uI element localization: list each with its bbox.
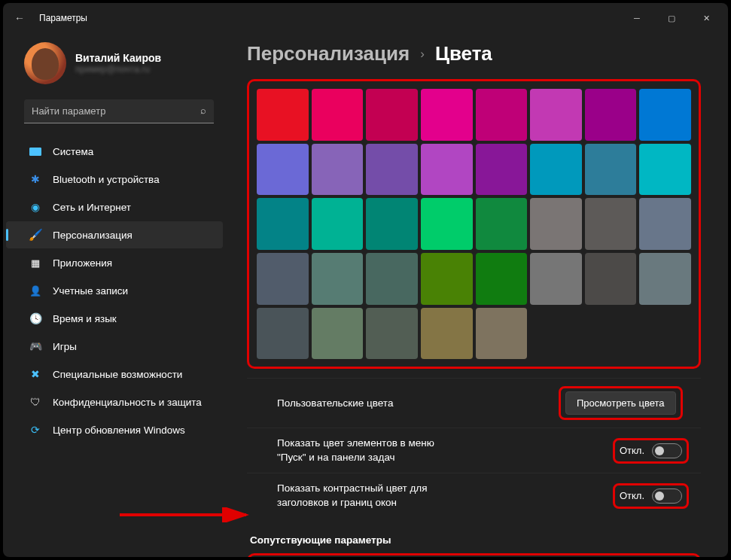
color-swatch[interactable]: [257, 198, 309, 250]
color-swatch[interactable]: [476, 144, 528, 196]
color-swatch[interactable]: [366, 144, 418, 196]
titlebar-color-row: Показать контрастный цвет для заголовков…: [247, 473, 701, 518]
sidebar-item-apps[interactable]: ▦Приложения: [6, 249, 223, 276]
color-swatch[interactable]: [530, 144, 582, 196]
titlebar-color-label: Показать контрастный цвет для заголовков…: [277, 482, 434, 509]
sidebar-item-label: Специальные возможности: [53, 369, 182, 380]
sidebar-item-games[interactable]: 🎮Игры: [6, 333, 223, 360]
color-swatch[interactable]: [421, 308, 473, 360]
window-title: Параметры: [39, 13, 87, 23]
scroll-area[interactable]: Пользовательские цвета Просмотреть цвета…: [247, 79, 710, 557]
color-swatch[interactable]: [312, 253, 364, 305]
color-swatch[interactable]: [476, 308, 528, 360]
sidebar-item-update[interactable]: ⟳Центр обновления Windows: [6, 416, 223, 443]
account-icon: 👤: [29, 285, 42, 297]
sidebar-item-label: Bluetooth и устройства: [53, 174, 160, 185]
search-icon: ⌕: [200, 105, 206, 116]
color-swatch[interactable]: [585, 144, 637, 196]
toggle-state-1: Откл.: [620, 445, 644, 456]
sidebar-item-privacy[interactable]: 🛡Конфиденциальность и защита: [6, 388, 223, 415]
chevron-right-icon: ›: [420, 47, 425, 62]
brush-icon: 🖌️: [29, 229, 42, 241]
sidebar-item-label: Конфиденциальность и защита: [53, 397, 202, 408]
profile-name: Виталий Каиров: [75, 52, 161, 64]
sidebar-item-label: Время и язык: [53, 313, 117, 324]
view-colors-button[interactable]: Просмотреть цвета: [565, 391, 676, 415]
bluetooth-icon: ✱: [29, 173, 42, 185]
start-taskbar-toggle[interactable]: [652, 443, 682, 458]
toggle-state-2: Откл.: [620, 490, 644, 501]
titlebar: ← Параметры ─ ▢ ✕: [3, 3, 728, 33]
color-swatch[interactable]: [421, 89, 473, 141]
breadcrumb-parent[interactable]: Персонализация: [247, 42, 410, 65]
breadcrumb: Персонализация › Цвета: [247, 39, 710, 79]
color-swatch[interactable]: [585, 198, 637, 250]
sidebar-item-bluetooth[interactable]: ✱Bluetooth и устройства: [6, 166, 223, 193]
related-settings-heading: Сопутствующие параметры: [250, 534, 701, 546]
color-swatch[interactable]: [530, 253, 582, 305]
color-swatch[interactable]: [366, 89, 418, 141]
color-swatch[interactable]: [639, 198, 691, 250]
accent-color-grid: [247, 79, 701, 369]
annotation-arrow: [120, 507, 255, 522]
color-swatch[interactable]: [639, 89, 691, 141]
highlight-toggle-1: Откл.: [613, 438, 689, 464]
color-swatch[interactable]: [312, 308, 364, 360]
sidebar-item-account[interactable]: 👤Учетные записи: [6, 277, 223, 304]
maximize-button[interactable]: ▢: [654, 6, 689, 30]
sidebar-item-system[interactable]: Система: [6, 138, 223, 165]
color-swatch[interactable]: [585, 253, 637, 305]
color-swatch[interactable]: [366, 253, 418, 305]
color-swatch[interactable]: [476, 89, 528, 141]
color-swatch[interactable]: [366, 198, 418, 250]
nav-list: Система✱Bluetooth и устройства◉Сеть и Ин…: [3, 137, 229, 444]
color-swatch[interactable]: [366, 308, 418, 360]
apps-icon: ▦: [29, 257, 42, 269]
system-icon: [29, 145, 42, 157]
profile-email: пример@почта.ru: [75, 64, 161, 75]
color-swatch[interactable]: [639, 253, 691, 305]
color-swatch[interactable]: [312, 198, 364, 250]
titlebar-color-toggle[interactable]: [652, 488, 682, 504]
color-swatch[interactable]: [639, 144, 691, 196]
sidebar-item-time[interactable]: 🕓Время и язык: [6, 305, 223, 332]
color-swatch[interactable]: [476, 198, 528, 250]
color-swatch[interactable]: [585, 89, 637, 141]
sidebar: Виталий Каиров пример@почта.ru ⌕ Система…: [3, 33, 229, 557]
highlight-view-colors: Просмотреть цвета: [559, 386, 683, 420]
sidebar-item-wifi[interactable]: ◉Сеть и Интернет: [6, 193, 223, 221]
sidebar-item-brush[interactable]: 🖌️Персонализация: [6, 221, 223, 248]
custom-colors-row: Пользовательские цвета Просмотреть цвета: [247, 378, 701, 428]
color-swatch[interactable]: [530, 198, 582, 250]
highlight-contrast-card: Контрастные темы Цветовые темы для людей…: [247, 553, 701, 557]
color-swatch[interactable]: [312, 89, 364, 141]
content: Виталий Каиров пример@почта.ru ⌕ Система…: [3, 33, 728, 557]
color-swatch[interactable]: [421, 198, 473, 250]
color-swatch[interactable]: [312, 144, 364, 196]
sidebar-item-label: Центр обновления Windows: [53, 425, 185, 436]
sidebar-item-label: Приложения: [53, 257, 112, 269]
sidebar-item-label: Учетные записи: [53, 285, 128, 297]
color-swatch[interactable]: [257, 144, 309, 196]
wifi-icon: ◉: [29, 201, 42, 213]
sidebar-item-access[interactable]: ✖Специальные возможности: [6, 361, 223, 388]
color-swatch[interactable]: [421, 144, 473, 196]
color-swatch[interactable]: [257, 308, 309, 360]
highlight-toggle-2: Откл.: [613, 483, 689, 509]
sidebar-item-label: Система: [53, 146, 93, 157]
color-swatch[interactable]: [530, 89, 582, 141]
color-swatch[interactable]: [476, 253, 528, 305]
color-swatch[interactable]: [421, 253, 473, 305]
custom-colors-label: Пользовательские цвета: [277, 397, 548, 410]
back-button[interactable]: ←: [8, 12, 32, 24]
minimize-button[interactable]: ─: [620, 6, 654, 30]
close-button[interactable]: ✕: [689, 6, 723, 30]
settings-window: ← Параметры ─ ▢ ✕ Виталий Каиров пример@…: [3, 3, 728, 557]
color-swatch[interactable]: [257, 89, 309, 141]
window-controls: ─ ▢ ✕: [620, 6, 723, 30]
search-input[interactable]: [24, 99, 214, 123]
start-taskbar-label: Показать цвет элементов в меню "Пуск" и …: [277, 437, 434, 464]
color-swatch[interactable]: [257, 253, 309, 305]
update-icon: ⟳: [29, 424, 42, 436]
profile-block[interactable]: Виталий Каиров пример@почта.ru: [3, 36, 229, 96]
